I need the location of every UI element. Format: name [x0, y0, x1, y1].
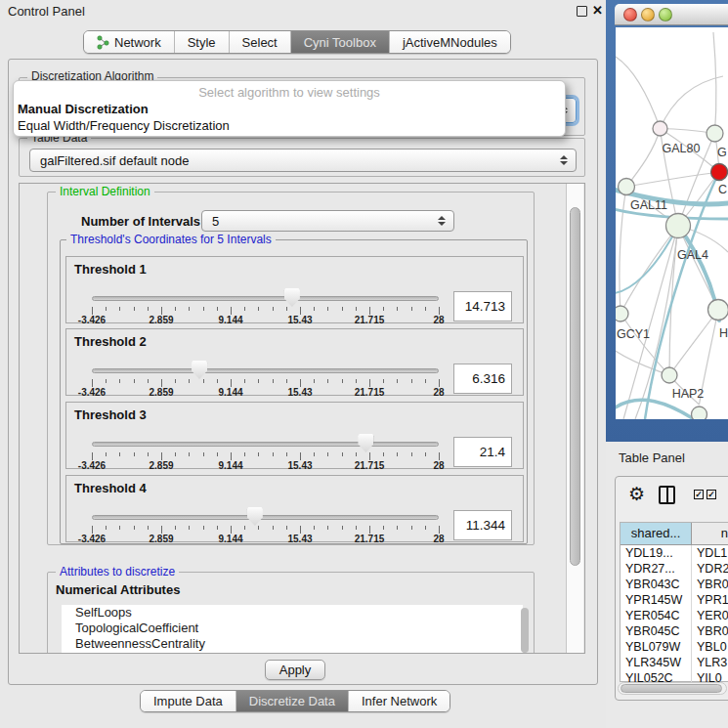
numerical-attributes-label: Numerical Attributes — [56, 582, 180, 597]
tab-infer-network[interactable]: Infer Network — [349, 691, 450, 711]
column-header-name[interactable]: na — [692, 523, 728, 544]
numerical-attributes-list[interactable]: SelfLoopsTopologicalCoefficientBetweenne… — [62, 605, 523, 654]
node-gal80[interactable] — [653, 121, 667, 136]
minimize-traffic-light[interactable] — [641, 8, 655, 21]
table-cell: YER054C — [621, 608, 692, 623]
label-h-partial: H — [719, 326, 728, 340]
label-gal4: GAL4 — [677, 248, 708, 262]
table-row[interactable]: YDL19...YDL1 — [621, 545, 728, 561]
threshold-4-slider[interactable]: -3.4262.8599.14415.4321.71528 — [92, 476, 439, 543]
threshold-3-slider[interactable]: -3.4262.8599.14415.4321.71528 — [92, 403, 439, 470]
gear-icon[interactable]: ⚙ — [628, 483, 645, 505]
table-data-selected: galFiltered.sif default node — [40, 153, 189, 168]
table-row[interactable]: YER054CYER0 — [621, 608, 728, 623]
node-gal4[interactable] — [666, 214, 691, 238]
tab-style[interactable]: Style — [175, 31, 230, 53]
slider-track[interactable] — [92, 442, 439, 447]
table-cell: YDR2 — [692, 561, 728, 577]
threshold-1-slider[interactable]: -3.4262.8599.14415.4321.71528 — [92, 257, 439, 324]
threshold-2-slider[interactable]: -3.4262.8599.14415.4321.71528 — [92, 329, 439, 397]
control-panel-titlebar: Control Panel ✕ — [0, 0, 606, 21]
attribute-item[interactable]: BetweennessCentrality — [62, 636, 523, 652]
table-cell: YBR045C — [621, 623, 692, 639]
slider-track[interactable] — [92, 296, 439, 301]
column-header-shared-name[interactable]: shared... — [621, 523, 692, 544]
table-data-combo[interactable]: galFiltered.sif default node — [29, 149, 577, 172]
node-hap2[interactable] — [662, 367, 677, 383]
table-cell: YBL079W — [621, 639, 692, 655]
attributes-title: Attributes to discretize — [56, 565, 179, 578]
checkbox-icon[interactable]: ✓ — [707, 490, 716, 499]
tab-select[interactable]: Select — [230, 31, 291, 53]
attributes-group: Attributes to discretize Numerical Attri… — [47, 572, 535, 654]
tab-discretize-data[interactable]: Discretize Data — [236, 691, 349, 711]
scrollbar-thumb[interactable] — [521, 608, 529, 653]
vertical-scrollbar[interactable] — [566, 184, 583, 653]
threshold-2-value-field[interactable]: 6.316 — [453, 364, 512, 394]
checkbox-icon[interactable]: ✓ — [694, 490, 704, 499]
close-traffic-light[interactable] — [623, 8, 637, 21]
number-of-intervals-combo[interactable]: 5 — [201, 210, 454, 232]
node-g-partial[interactable] — [707, 125, 723, 142]
table-panel: Table Panel ⚙ ✓ ✓ shared... na YDL19...Y… — [606, 442, 728, 728]
number-of-intervals-label: Number of Intervals — [81, 214, 200, 229]
table-cell: YDR27... — [621, 561, 692, 577]
interval-definition-title: Interval Definition — [56, 185, 154, 198]
table-header-row: shared... na — [621, 523, 728, 545]
tab-network[interactable]: Network — [84, 31, 175, 53]
table-row[interactable]: YPR145WYPR1 — [621, 592, 728, 608]
node-bottom-partial[interactable] — [692, 407, 707, 419]
table-row[interactable]: YBR045CYBR0 — [621, 623, 728, 639]
slider-thumb[interactable] — [192, 361, 207, 379]
threshold-4-box: Threshold 4 -3.4262.8599.14415.4321.7152… — [65, 475, 524, 542]
node-h-partial[interactable] — [708, 300, 728, 321]
table-body: YDL19...YDL1YDR27...YDR2YBR043CYBR0YPR14… — [621, 545, 728, 686]
float-window-icon[interactable] — [577, 6, 587, 17]
attribute-item[interactable]: TopologicalCoefficient — [62, 621, 523, 636]
threshold-3-box: Threshold 3 -3.4262.8599.14415.4321.7152… — [65, 402, 524, 469]
slider-thumb[interactable] — [358, 434, 373, 452]
number-of-intervals-value: 5 — [212, 214, 219, 229]
tab-jactivemnodules[interactable]: jActiveMNodules — [390, 31, 510, 53]
tab-discretize-data-label: Discretize Data — [249, 694, 335, 708]
network-canvas[interactable]: GAL80 G C GAL11 GAL4 GCY1 H HAP2 — [616, 27, 728, 419]
tab-impute-data[interactable]: Impute Data — [141, 691, 236, 711]
slider-tick-labels: -3.4262.8599.14415.4321.71528 — [92, 387, 439, 398]
slider-track[interactable] — [92, 368, 439, 373]
popup-item-equal-width-frequency[interactable]: Equal Width/Frequency Discretization — [18, 118, 230, 133]
combo-arrows-icon — [438, 216, 446, 226]
slider-thumb[interactable] — [247, 507, 263, 526]
close-icon[interactable]: ✕ — [592, 3, 603, 18]
table-row[interactable]: YBR043CYBR0 — [621, 577, 728, 592]
slider-thumb[interactable] — [284, 288, 300, 307]
slider-track[interactable] — [92, 515, 439, 520]
attribute-item[interactable]: SelfLoops — [62, 605, 523, 621]
table-row[interactable]: YLR345WYLR3 — [621, 655, 728, 670]
label-c-partial: C — [718, 183, 727, 196]
threshold-1-value-field[interactable]: 14.713 — [453, 291, 512, 321]
label-hap2: HAP2 — [672, 387, 705, 401]
threshold-3-value-field[interactable]: 21.4 — [453, 437, 512, 467]
node-red-selected[interactable] — [711, 164, 728, 181]
network-window: GAL80 G C GAL11 GAL4 GCY1 H HAP2 — [606, 0, 728, 442]
zoom-traffic-light[interactable] — [659, 8, 672, 21]
cyni-toolbox-panel: Discretization Algorithm Select algorith… — [8, 59, 598, 685]
table-cell: YBL0 — [692, 639, 728, 655]
node-gcy1[interactable] — [616, 306, 628, 321]
apply-button[interactable]: Apply — [265, 660, 325, 680]
threshold-2-box: Threshold 2 -3.4262.8599.14415.4321.7152… — [65, 328, 524, 396]
tab-cyni-toolbox[interactable]: Cyni Toolbox — [291, 31, 390, 53]
scrollbar-thumb[interactable] — [570, 207, 580, 566]
node-gal11[interactable] — [619, 179, 635, 195]
algorithm-dropdown-popup: Select algorithm to view settings Manual… — [13, 80, 566, 137]
threshold-4-value-field[interactable]: 11.344 — [453, 510, 512, 540]
interval-definition-group: Interval Definition Number of Intervals … — [47, 192, 535, 545]
table-row[interactable]: YBL079WYBL0 — [621, 639, 728, 655]
thresholds-title: Threshold's Coordinates for 5 Intervals — [66, 233, 276, 246]
columns-icon[interactable] — [659, 486, 675, 504]
scrollbar-thumb[interactable] — [621, 684, 722, 693]
horizontal-scrollbar[interactable] — [618, 682, 727, 695]
network-window-titlebar[interactable] — [615, 4, 728, 25]
popup-item-manual-discretization[interactable]: Manual Discretization — [18, 102, 149, 116]
table-row[interactable]: YDR27...YDR2 — [621, 561, 728, 577]
